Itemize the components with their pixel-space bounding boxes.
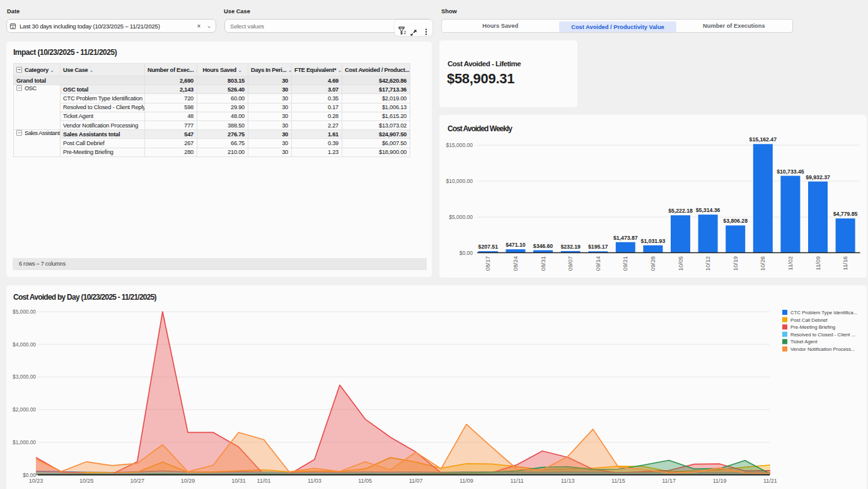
svg-text:10/26: 10/26 — [760, 256, 766, 271]
svg-text:$1,000.00: $1,000.00 — [13, 439, 36, 445]
svg-text:11/11: 11/11 — [511, 478, 524, 484]
svg-text:11/02: 11/02 — [787, 256, 794, 271]
svg-text:$0.00: $0.00 — [460, 250, 473, 256]
svg-text:$5,314.36: $5,314.36 — [696, 207, 720, 213]
svg-text:$2,000.00: $2,000.00 — [13, 406, 36, 413]
svg-text:Vendor Notification Process...: Vendor Notification Process... — [790, 346, 855, 352]
svg-text:$4,000.00: $4,000.00 — [13, 341, 36, 348]
svg-text:$5,000.00: $5,000.00 — [13, 309, 36, 315]
svg-text:11/03: 11/03 — [308, 478, 321, 484]
svg-text:11/17: 11/17 — [662, 478, 676, 484]
svg-text:10/25: 10/25 — [79, 478, 94, 484]
svg-text:09/28: 09/28 — [650, 256, 656, 271]
svg-text:09/07: 09/07 — [567, 256, 574, 271]
svg-text:11/07: 11/07 — [409, 478, 423, 484]
svg-text:10/19: 10/19 — [732, 256, 739, 271]
svg-text:$346.60: $346.60 — [533, 243, 553, 249]
svg-text:11/19: 11/19 — [713, 478, 727, 484]
svg-text:$5,000.00: $5,000.00 — [449, 214, 473, 220]
svg-text:Pre-Meeting Briefing: Pre-Meeting Briefing — [790, 324, 835, 330]
svg-text:Resolved to Closed - Client ..: Resolved to Closed - Client ... — [790, 332, 855, 338]
svg-text:11/15: 11/15 — [611, 478, 625, 484]
svg-text:10/31: 10/31 — [231, 478, 246, 484]
svg-text:$195.17: $195.17 — [588, 244, 608, 250]
svg-text:$9,932.37: $9,932.37 — [806, 174, 830, 180]
svg-text:$0.00: $0.00 — [23, 472, 36, 478]
svg-text:Post Call Debrief: Post Call Debrief — [790, 317, 828, 323]
svg-text:$15,000.00: $15,000.00 — [446, 142, 473, 148]
svg-text:08/24: 08/24 — [512, 256, 519, 271]
svg-text:$232.19: $232.19 — [560, 244, 581, 250]
svg-text:10/05: 10/05 — [678, 256, 684, 271]
svg-text:30: 30 — [11, 25, 14, 28]
svg-text:11/21: 11/21 — [763, 478, 777, 484]
svg-text:11/01: 11/01 — [257, 478, 271, 484]
svg-text:11/09: 11/09 — [460, 478, 473, 484]
svg-text:$5,222.18: $5,222.18 — [668, 208, 693, 214]
svg-text:$3,000.00: $3,000.00 — [13, 374, 36, 380]
svg-text:09/21: 09/21 — [622, 256, 628, 271]
svg-text:10/29: 10/29 — [181, 478, 195, 484]
svg-text:$10,733.45: $10,733.45 — [777, 168, 804, 175]
svg-text:CTC Problem Type Identifica...: CTC Problem Type Identifica... — [790, 310, 857, 315]
svg-text:11/16: 11/16 — [842, 256, 848, 271]
svg-text:$10,000.00: $10,000.00 — [446, 178, 473, 184]
svg-text:10/23: 10/23 — [29, 478, 43, 484]
svg-text:$3,806.28: $3,806.28 — [723, 218, 748, 224]
svg-text:11/05: 11/05 — [358, 478, 372, 484]
svg-text:10/12: 10/12 — [705, 256, 711, 271]
svg-text:09/14: 09/14 — [595, 256, 601, 271]
svg-text:$4,779.85: $4,779.85 — [833, 211, 858, 217]
svg-text:$207.51: $207.51 — [478, 244, 499, 250]
svg-text:$15,162.47: $15,162.47 — [749, 136, 777, 143]
svg-text:11/13: 11/13 — [561, 478, 575, 484]
svg-text:10/27: 10/27 — [130, 478, 144, 484]
svg-text:$1,473.87: $1,473.87 — [613, 235, 638, 241]
svg-text:08/31: 08/31 — [540, 256, 547, 271]
svg-text:Ticket Agent: Ticket Agent — [790, 339, 818, 345]
svg-text:08/17: 08/17 — [485, 256, 491, 271]
svg-text:$471.10: $471.10 — [506, 242, 526, 248]
svg-text:11/09: 11/09 — [815, 256, 821, 271]
svg-text:$1,031.93: $1,031.93 — [641, 238, 666, 244]
